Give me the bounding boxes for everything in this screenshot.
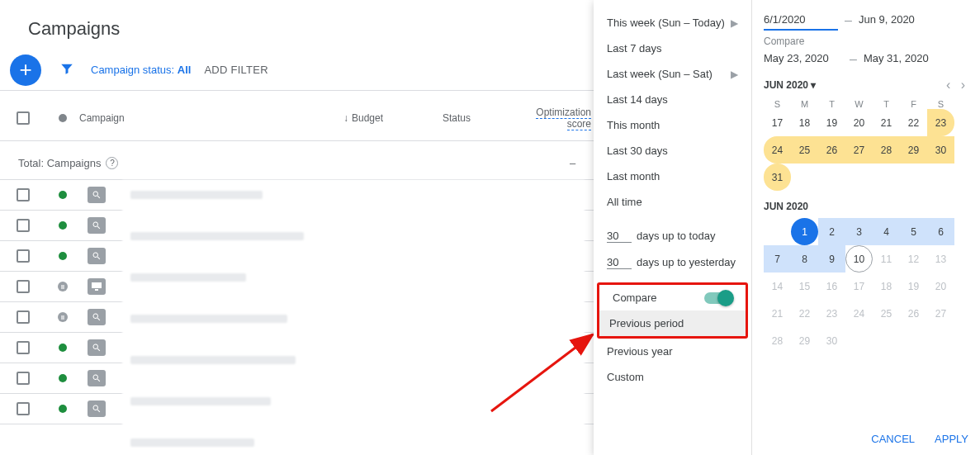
calendar-day[interactable]: 20 [845, 109, 873, 136]
calendar-day[interactable]: 19 [818, 109, 845, 136]
search-icon [88, 187, 106, 203]
calendar-day[interactable]: 28 [764, 327, 791, 354]
calendar-day[interactable]: 6 [927, 218, 954, 245]
row-checkbox[interactable] [17, 219, 30, 232]
date-picker-panel: This week (Sun – Today)▶ Last 7 days Las… [594, 0, 980, 455]
calendar-day[interactable]: 13 [927, 245, 954, 273]
row-checkbox[interactable] [17, 310, 30, 324]
prev-month-button[interactable]: ‹ [943, 74, 954, 95]
preset-previous-year[interactable]: Previous year [594, 339, 751, 364]
next-month-button[interactable]: › [958, 74, 968, 95]
calendar-day[interactable]: 24 [845, 300, 873, 327]
month-picker[interactable]: JUN 2020 ▾ [764, 79, 816, 91]
date-to-input[interactable] [859, 10, 933, 31]
calendar-day[interactable]: 30 [818, 327, 845, 354]
row-checkbox[interactable] [17, 280, 30, 293]
calendar-day[interactable]: 16 [818, 273, 845, 300]
preset-last-14[interactable]: Last 14 days [594, 87, 751, 112]
calendar-day[interactable]: 21 [764, 300, 791, 327]
preset-last-week[interactable]: Last week (Sun – Sat)▶ [594, 61, 751, 87]
help-icon[interactable]: ? [106, 157, 118, 169]
row-checkbox[interactable] [17, 249, 30, 263]
calendar-day[interactable]: 25 [791, 136, 818, 164]
calendar-day[interactable]: 28 [873, 136, 900, 164]
budget-header[interactable]: ↓ Budget [343, 112, 443, 124]
preset-last-30[interactable]: Last 30 days [594, 138, 751, 164]
calendar-day[interactable]: 10 [845, 245, 873, 273]
preset-custom[interactable]: Custom [594, 364, 751, 390]
date-dash: – [845, 13, 852, 28]
calendar-day[interactable]: 22 [900, 109, 927, 136]
compare-label: Compare [613, 291, 656, 304]
calendar-day[interactable]: 18 [791, 109, 818, 136]
status-enabled-icon [59, 374, 67, 382]
compare-to-input[interactable] [864, 49, 943, 69]
calendar-day[interactable]: 15 [791, 273, 818, 300]
calendar-day[interactable]: 26 [900, 300, 927, 327]
status-header[interactable]: Status [443, 112, 512, 124]
calendar-day[interactable]: 29 [791, 327, 818, 354]
compare-from-input[interactable] [764, 49, 843, 69]
calendar-day[interactable]: 1 [791, 218, 818, 245]
calendar-day[interactable]: 11 [873, 245, 900, 273]
calendar-day[interactable]: 12 [900, 245, 927, 273]
calendar-day[interactable]: 3 [845, 218, 873, 245]
status-enabled-icon [59, 344, 67, 352]
apply-button[interactable]: APPLY [935, 433, 968, 445]
status-filter-pill[interactable]: Campaign status: All [91, 64, 191, 76]
preset-this-week[interactable]: This week (Sun – Today)▶ [594, 10, 751, 36]
filter-icon[interactable] [59, 61, 74, 79]
days-yesterday-input[interactable]: 30 [607, 256, 632, 269]
calendar-day[interactable]: 23 [818, 300, 845, 327]
date-dash: – [850, 52, 857, 67]
calendar-day[interactable]: 8 [791, 245, 818, 273]
calendar-day[interactable]: 2 [818, 218, 845, 245]
preset-days-yesterday[interactable]: 30days up to yesterday [594, 249, 751, 276]
date-from-input[interactable] [764, 10, 838, 31]
calendar-day[interactable]: 18 [873, 273, 900, 300]
calendar-day[interactable]: 27 [845, 136, 873, 164]
calendar-day[interactable]: 25 [873, 300, 900, 327]
calendar-day[interactable]: 17 [845, 273, 873, 300]
preset-last-7[interactable]: Last 7 days [594, 36, 751, 61]
row-checkbox[interactable] [17, 188, 30, 201]
calendar-day[interactable]: 19 [900, 273, 927, 300]
chevron-right-icon: ▶ [731, 17, 738, 29]
add-filter-button[interactable]: ADD FILTER [204, 64, 267, 76]
search-icon [88, 217, 106, 234]
calendar-day[interactable]: 7 [764, 245, 791, 273]
preset-previous-period[interactable]: Previous period [599, 310, 746, 336]
preset-days-today[interactable]: 30days up to today [594, 223, 751, 249]
add-campaign-button[interactable]: + [10, 55, 41, 86]
preset-last-month[interactable]: Last month [594, 164, 751, 189]
calendar-day[interactable]: 24 [764, 136, 791, 164]
compare-toggle[interactable] [704, 292, 732, 304]
row-checkbox[interactable] [17, 372, 30, 385]
calendar-day[interactable]: 14 [764, 273, 791, 300]
cancel-button[interactable]: CANCEL [871, 433, 915, 445]
calendar-day[interactable]: 30 [927, 136, 954, 164]
preset-all-time[interactable]: All time [594, 189, 751, 215]
calendar-day[interactable]: 21 [873, 109, 900, 136]
blurred-content [122, 180, 585, 455]
calendar-day[interactable]: 22 [791, 300, 818, 327]
preset-this-month[interactable]: This month [594, 112, 751, 138]
calendar-day[interactable]: 31 [764, 164, 791, 191]
status-enabled-icon [59, 252, 67, 260]
svg-rect-1 [95, 289, 98, 291]
row-checkbox[interactable] [17, 341, 30, 354]
calendar-day[interactable]: 9 [818, 245, 845, 273]
calendar-day[interactable]: 29 [900, 136, 927, 164]
optimization-header[interactable]: Optimization score [512, 107, 591, 130]
calendar-day[interactable]: 26 [818, 136, 845, 164]
calendar-day[interactable]: 5 [900, 218, 927, 245]
calendar-day[interactable]: 23 [927, 109, 954, 136]
calendar-day[interactable]: 27 [927, 300, 954, 327]
calendar-day[interactable]: 4 [873, 218, 900, 245]
calendar-day[interactable]: 20 [927, 273, 954, 300]
row-checkbox[interactable] [17, 402, 30, 415]
days-today-input[interactable]: 30 [607, 230, 632, 243]
calendar-day[interactable]: 17 [764, 109, 791, 136]
campaign-header[interactable]: Campaign [79, 112, 343, 124]
select-all-checkbox[interactable] [17, 111, 30, 125]
